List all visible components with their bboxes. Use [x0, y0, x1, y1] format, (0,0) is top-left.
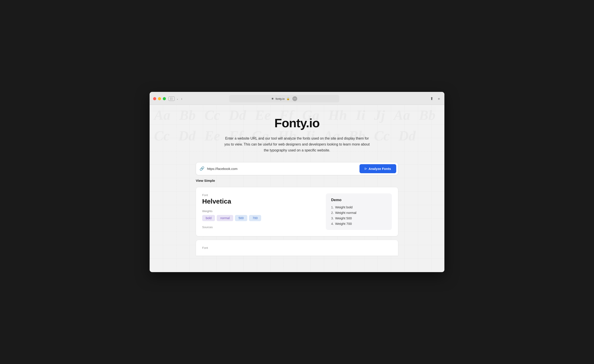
maximize-button[interactable] — [163, 97, 166, 100]
address-more-button[interactable]: ··· — [292, 96, 297, 101]
share-button[interactable]: ⬆ — [430, 96, 433, 101]
site-title: Fonty.io — [196, 116, 398, 130]
demo-item-3: 3. Weight 500 — [331, 216, 386, 220]
play-icon: ▷ — [365, 167, 367, 170]
hero-section: Fonty.io Enter a website URL and our too… — [196, 116, 398, 153]
sources-label: Sources — [202, 225, 321, 229]
favicon-icon: ✳ — [271, 97, 274, 100]
view-toggle[interactable]: View Simple — [196, 179, 398, 183]
analyze-button-label: Analyze Fonts — [369, 167, 391, 171]
weights-list: bold normal 500 700 — [202, 215, 321, 221]
view-toggle-label[interactable]: View Simple — [196, 179, 215, 182]
demo-list: 1. Weight bold 2. Weight normal 3. Weigh… — [331, 205, 386, 225]
search-container: 🔗 ▷ Analyze Fonts — [196, 162, 398, 175]
weights-section-label: Weights — [202, 210, 321, 213]
new-tab-button[interactable]: ＋ — [437, 96, 441, 101]
page-inner: Fonty.io Enter a website URL and our too… — [191, 105, 403, 265]
sidebar-icon — [171, 97, 172, 100]
chevron-down-icon[interactable]: ⌄ — [176, 97, 178, 100]
browser-window: ⌄ ‹ ✳ fonty.io 🔒 ··· ⬆ ＋ Aa Bb Cc Dd Ee … — [150, 92, 444, 272]
demo-item-4-label: Weight 700 — [335, 222, 352, 225]
demo-item-1-label: Weight bold — [335, 205, 353, 209]
partial-font-label: Font — [202, 246, 392, 250]
demo-item-2-label: Weight normal — [335, 211, 356, 215]
close-button[interactable] — [153, 97, 156, 100]
url-input[interactable] — [207, 167, 357, 171]
back-button[interactable]: ‹ — [181, 97, 182, 101]
page-content: Aa Bb Cc Dd Ee Ff Gg Hh Ii Jj Aa Bb Cc D… — [150, 105, 444, 272]
link-icon: 🔗 — [200, 166, 204, 171]
demo-item-3-label: Weight 500 — [335, 216, 352, 220]
demo-item-3-num: 3. — [331, 216, 334, 220]
demo-item-2-num: 2. — [331, 211, 334, 215]
demo-item-4: 4. Weight 700 — [331, 222, 386, 225]
demo-title: Demo — [331, 198, 386, 202]
traffic-lights — [153, 97, 166, 100]
address-bar[interactable]: ✳ fonty.io 🔒 ··· — [229, 95, 339, 102]
browser-controls: ⌄ ‹ — [169, 97, 182, 101]
font-info: Font Helvetica Weights bold normal 500 7… — [202, 193, 321, 230]
font-card: Font Helvetica Weights bold normal 500 7… — [196, 187, 398, 236]
demo-item-1: 1. Weight bold — [331, 205, 386, 209]
weight-tag-normal[interactable]: normal — [217, 215, 233, 221]
site-description: Enter a website URL and our tool will an… — [222, 135, 372, 153]
demo-item-1-num: 1. — [331, 205, 334, 209]
demo-item-2: 2. Weight normal — [331, 211, 386, 215]
lock-icon: 🔒 — [286, 97, 290, 100]
browser-chrome: ⌄ ‹ ✳ fonty.io 🔒 ··· ⬆ ＋ — [150, 92, 444, 105]
demo-panel: Demo 1. Weight bold 2. Weight normal 3. — [326, 193, 392, 230]
demo-item-4-num: 4. — [331, 222, 334, 225]
url-display: fonty.io — [276, 97, 285, 100]
weight-tag-500[interactable]: 500 — [235, 215, 247, 221]
weight-tag-700[interactable]: 700 — [249, 215, 261, 221]
font-card-partial: Font — [196, 240, 398, 256]
minimize-button[interactable] — [158, 97, 161, 100]
browser-actions: ⬆ ＋ — [430, 96, 441, 101]
font-section-label: Font — [202, 193, 321, 197]
sidebar-toggle-button[interactable] — [169, 97, 175, 101]
font-name: Helvetica — [202, 198, 321, 205]
analyze-button[interactable]: ▷ Analyze Fonts — [359, 164, 396, 173]
weight-tag-bold[interactable]: bold — [202, 215, 215, 221]
